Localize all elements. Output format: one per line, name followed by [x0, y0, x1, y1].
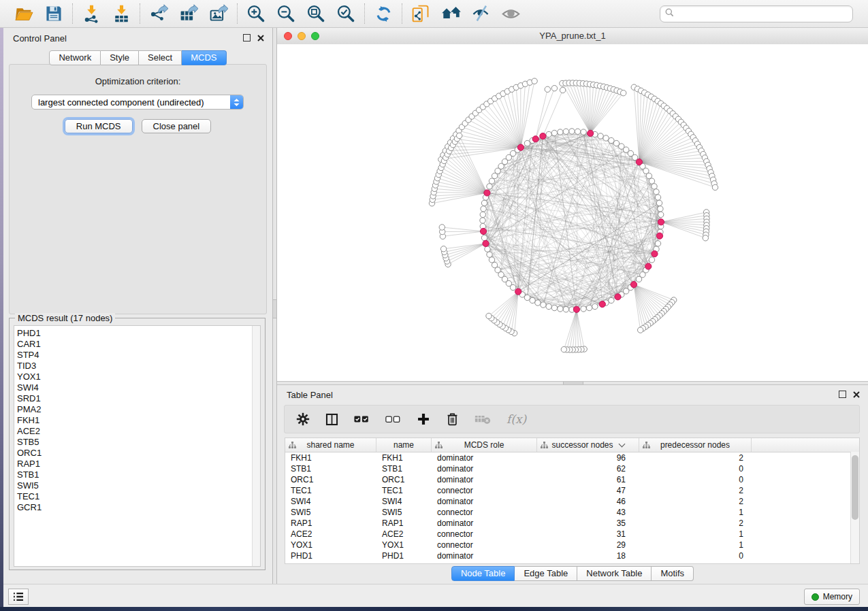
table-row[interactable]: ACE2 ACE2 connector 31 1 [285, 529, 859, 540]
optimization-criterion-value: largest connected component (undirected) [38, 97, 204, 108]
table-row[interactable]: ORC1 ORC1 dominator 61 0 [285, 474, 859, 485]
zoom-in-icon[interactable] [246, 4, 266, 23]
search-field[interactable] [660, 5, 853, 22]
refresh-group [365, 4, 402, 23]
tab-network[interactable]: Network [49, 50, 101, 65]
network-view-canvas[interactable] [277, 44, 868, 381]
home-networks-icon[interactable] [441, 4, 460, 23]
float-panel-icon[interactable] [839, 391, 846, 398]
mcds-result-item: ACE2 [17, 426, 260, 437]
mcds-result-item: SRD1 [17, 393, 260, 404]
sort-desc-icon [618, 441, 625, 448]
open-folder-icon[interactable] [14, 4, 33, 23]
export-table-icon[interactable] [179, 4, 198, 23]
task-history-button[interactable] [8, 589, 29, 605]
vertical-splitter[interactable] [272, 28, 277, 584]
splitter-grip[interactable] [273, 299, 276, 318]
mcds-result-item: PMA2 [17, 404, 260, 415]
table-tab[interactable]: Edge Table [515, 566, 577, 581]
table-tab[interactable]: Node Table [451, 566, 515, 581]
table-row[interactable]: SWI5 SWI5 connector 43 1 [285, 507, 859, 518]
table-tab[interactable]: Network Table [577, 566, 652, 581]
desktop-wallpaper-bottom [0, 607, 868, 611]
style-visibility-icon[interactable] [471, 4, 490, 23]
save-icon[interactable] [44, 4, 63, 23]
run-mcds-button[interactable]: Run MCDS [65, 119, 133, 133]
optimization-criterion-select[interactable]: largest connected component (undirected) [31, 95, 244, 110]
app-window: Control Panel Network Style Select MCDS … [0, 0, 868, 611]
zoom-out-icon[interactable] [276, 4, 295, 23]
mcds-result-item: ORC1 [17, 448, 260, 459]
create-column-plus-icon[interactable] [417, 412, 430, 426]
mcds-result-title: MCDS result (17 nodes) [15, 313, 115, 323]
table-scrollbar[interactable] [850, 452, 859, 563]
export-image-icon[interactable] [209, 4, 228, 23]
memory-button[interactable]: Memory [804, 589, 860, 605]
main-toolbar [0, 0, 868, 28]
col-name[interactable]: name [376, 438, 432, 452]
mcds-result-item: RAP1 [17, 459, 260, 469]
mcds-result-item: STP4 [17, 350, 260, 361]
mcds-panel: Optimization criterion: largest connecte… [9, 64, 267, 314]
col-shared-name[interactable]: shared name [285, 438, 376, 452]
table-row[interactable]: SWI4 SWI4 dominator 46 2 [285, 496, 859, 507]
table-tab[interactable]: Motifs [652, 566, 694, 581]
right-pane: YPA_prune.txt_1 Table Panel f(x) [277, 28, 868, 584]
table-row[interactable]: STB1 STB1 dominator 62 0 [285, 463, 859, 474]
mcds-result-group: MCDS result (17 nodes) PHD1CAR1STP4TID3Y… [9, 318, 266, 570]
mcds-result-item: SWI4 [17, 382, 260, 393]
table-body: FKH1 FKH1 dominator 96 2 STB1 STB1 domin… [285, 452, 859, 564]
node-table: shared name name MCDS role successor nod… [285, 437, 860, 564]
mcds-result-item: SWI5 [17, 480, 260, 491]
table-row[interactable]: FKH1 FKH1 dominator 96 2 [285, 452, 859, 463]
export-group [140, 4, 237, 23]
table-row[interactable]: RAP1 RAP1 dominator 35 2 [285, 518, 859, 529]
show-columns-icon[interactable] [325, 413, 338, 426]
delete-column-trash-icon[interactable] [446, 412, 459, 426]
search-input[interactable] [677, 8, 848, 19]
close-panel-icon[interactable] [853, 391, 860, 398]
col-mcds-role[interactable]: MCDS role [432, 438, 537, 452]
col-successor-nodes[interactable]: successor nodes [537, 438, 639, 452]
table-row[interactable]: YOX1 YOX1 connector 29 1 [285, 540, 859, 550]
splitter-grip[interactable] [563, 382, 583, 384]
tree-icon [541, 442, 548, 451]
mcds-result-item: STB1 [17, 469, 260, 480]
select-stepper-icon [230, 95, 243, 109]
table-scrollbar-thumb[interactable] [852, 455, 858, 520]
close-panel-button[interactable]: Close panel [142, 119, 212, 133]
refresh-icon[interactable] [374, 4, 393, 23]
close-panel-icon[interactable] [257, 35, 264, 42]
import-network-icon[interactable] [82, 4, 101, 23]
file-group [5, 4, 72, 23]
view-group [402, 4, 529, 23]
col-predecessor-nodes[interactable]: predecessor nodes [639, 438, 752, 452]
network-snapshot-icon[interactable] [411, 4, 430, 23]
mcds-result-list: PHD1CAR1STP4TID3YOX1SWI4SRD1PMA2FKH1ACE2… [14, 325, 261, 567]
mcds-result-item: TID3 [17, 361, 260, 371]
import-table-icon[interactable] [112, 4, 131, 23]
network-window-titlebar[interactable]: YPA_prune.txt_1 [277, 28, 868, 45]
table-panel: Table Panel f(x) shared name name M [277, 385, 868, 584]
table-toolbar: f(x) [284, 405, 860, 433]
table-row[interactable]: TEC1 TEC1 connector 47 2 [285, 485, 859, 496]
delete-table-icon [475, 414, 491, 425]
table-options-gear-icon[interactable] [296, 412, 310, 426]
export-network-icon[interactable] [149, 4, 168, 23]
function-builder-icon: f(x) [507, 412, 526, 426]
mcds-result-item: STB5 [17, 437, 260, 448]
tab-select[interactable]: Select [139, 50, 182, 65]
float-panel-icon[interactable] [243, 34, 251, 42]
mcds-result-item: YOX1 [17, 371, 260, 382]
show-graphics-details-icon[interactable] [501, 4, 520, 23]
mcds-result-item: CAR1 [17, 339, 260, 350]
select-all-columns-icon[interactable] [354, 415, 370, 423]
tab-mcds[interactable]: MCDS [182, 50, 226, 65]
table-row[interactable]: PHD1 PHD1 dominator 18 0 [285, 550, 859, 561]
table-tabs: Node TableEdge TableNetwork TableMotifs [277, 566, 868, 581]
tab-style[interactable]: Style [101, 50, 139, 65]
mcds-result-scrollbar[interactable] [252, 326, 260, 566]
unselect-all-columns-icon[interactable] [385, 415, 401, 423]
zoom-fit-icon[interactable] [306, 4, 325, 23]
zoom-selected-icon[interactable] [336, 4, 355, 23]
